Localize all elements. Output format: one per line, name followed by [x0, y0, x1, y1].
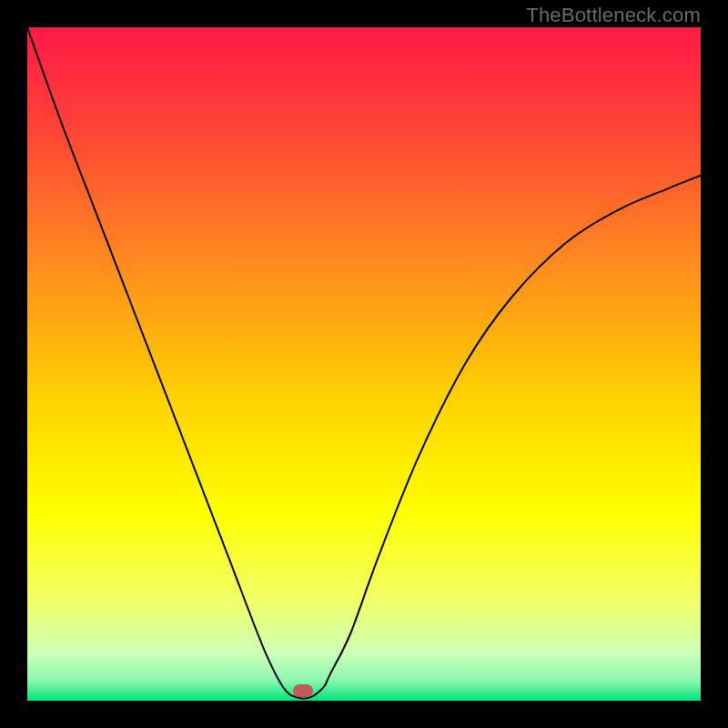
- vertex-marker: [293, 684, 313, 697]
- watermark-label: TheBottleneck.com: [526, 4, 701, 27]
- bottleneck-curve: [27, 27, 701, 699]
- plot-area: [27, 27, 701, 701]
- curve-layer: [27, 27, 701, 701]
- chart-frame: TheBottleneck.com: [0, 0, 728, 728]
